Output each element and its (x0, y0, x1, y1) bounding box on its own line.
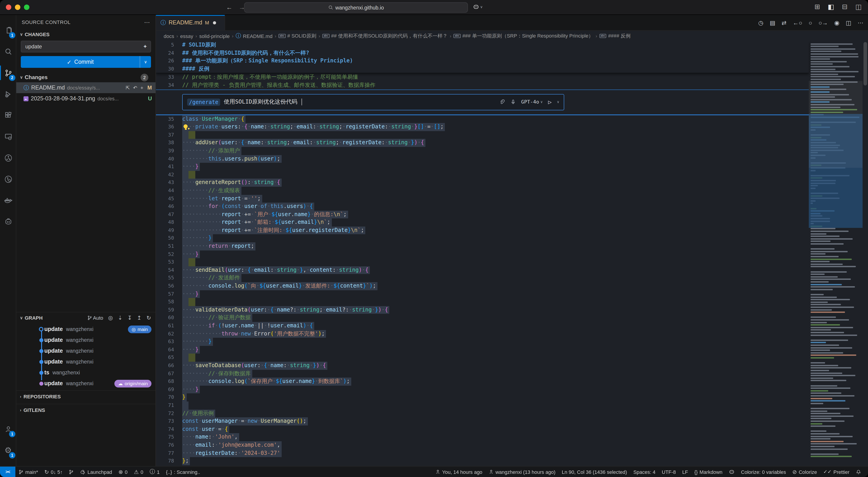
attach-icon[interactable] (499, 99, 505, 105)
status-infos[interactable]: ⓘ1 (147, 467, 163, 477)
status-errors[interactable]: ⊗0 (115, 467, 131, 477)
commit-row[interactable]: updatewangzhenxi (16, 356, 156, 367)
status-encoding[interactable]: UTF-8 (659, 467, 679, 477)
code-line[interactable]: 50········} (156, 234, 809, 242)
status-compare-branch[interactable] (66, 467, 77, 477)
code-line[interactable]: 57····} (156, 290, 809, 298)
status-sync-status[interactable]: ↻0↓ 5↑ (41, 467, 66, 477)
commit-dropdown-button[interactable]: ∨ (140, 56, 151, 68)
code-line[interactable]: 40········this.users.push(user); (156, 155, 809, 163)
code-line[interactable]: 39········//·添加用户 (156, 147, 809, 155)
graph-section-header[interactable]: ∨ GRAPH Auto◎⇣↧↥↻ (16, 312, 156, 323)
code-line[interactable]: 63········} (156, 338, 809, 346)
status-copilot[interactable] (725, 467, 738, 477)
code-line[interactable]: 69····} (156, 386, 809, 394)
code-line[interactable]: 53 (156, 259, 809, 266)
breadcrumb-item[interactable]: abc# SOLID原则 (278, 33, 316, 39)
copilot-menu[interactable]: ∨ (473, 4, 483, 10)
code-line[interactable]: 46········for·(const·user·of·this.users)… (156, 203, 809, 210)
tab-dirty-indicator[interactable] (213, 21, 216, 24)
activity-bar-item-chat-robot[interactable] (0, 212, 16, 231)
breadcrumb-item[interactable]: ⓘREADME.md (236, 32, 273, 40)
status-prettier[interactable]: ✓✓Prettier (820, 467, 852, 477)
code-line[interactable]: 37 (156, 131, 809, 139)
code-line[interactable]: 49············report·+=·`注册时间:·${user.re… (156, 227, 809, 234)
nav-back-icon[interactable]: ← (226, 4, 232, 11)
code-line[interactable]: 36····private·users:·{·name:·string;·ema… (156, 123, 809, 131)
minimap-slider[interactable] (809, 81, 863, 168)
activity-bar-item-accounts[interactable]: 1 (0, 420, 16, 438)
code-line[interactable]: 70} (156, 394, 809, 401)
file-action-icon[interactable]: + (141, 85, 143, 90)
file-action-icon[interactable]: ↶ (133, 85, 137, 91)
model-picker[interactable]: GPT-4o∨ (521, 99, 543, 105)
code-line[interactable]: 72//·使用示例 (156, 409, 809, 417)
status-warnings[interactable]: ⚠0 (131, 467, 147, 477)
scrollbar-thumb[interactable] (864, 42, 867, 85)
breadcrumb-item[interactable]: essay (180, 33, 193, 39)
chevron-down-icon[interactable]: ∨ (557, 100, 559, 104)
toggle-primary-sidebar-icon[interactable]: ◧ (828, 3, 834, 11)
more-actions-icon[interactable]: ⋯ (858, 20, 864, 26)
activity-bar-item-remote-explorer[interactable] (0, 127, 16, 146)
inline-chat-input[interactable]: /generate 使用SOLID原则优化这份代码 GPT-4o∨ ▷ ∨ (182, 94, 564, 110)
changes-section-header[interactable]: ∨ CHANGES (16, 29, 156, 39)
graph-action-pull[interactable]: ↧ (127, 315, 132, 321)
breadcrumb-item[interactable]: abc### 单一功能原则（SRP：Single Responsibility … (454, 33, 593, 39)
code-line[interactable]: 54····sendEmail(user:·{·email:·string·},… (156, 266, 809, 274)
code-line[interactable]: 56········console.log(`向·${user.email}·发… (156, 282, 809, 290)
graph-action-fetch[interactable]: ⇣ (118, 315, 123, 321)
commit-row[interactable]: tswangzhenxi (16, 367, 156, 378)
code-line[interactable]: 24## 使用和不使用SOLID原则的代码，有什么不一样? (156, 49, 809, 57)
code-line[interactable]: 45········let·report·=·''; (156, 195, 809, 203)
timeline-icon[interactable]: ◷ (758, 20, 763, 26)
toggle-secondary-sidebar-icon[interactable]: ◫ (855, 3, 862, 11)
breadcrumb-item[interactable]: abc## 使用和不使用SOLID原则的代码，有什么不一样？ (322, 33, 447, 39)
previous-change-icon[interactable]: ←○ (793, 20, 802, 26)
code-line[interactable]: 34// 用户管理类 - 负责用户管理、报表生成、邮件发送、数据验证、数据库操作 (156, 81, 809, 89)
commit-row[interactable]: updatewangzhenxi☁origin/main (16, 378, 156, 389)
status-blame-you[interactable]: You, 14 hours ago (432, 467, 486, 477)
tab-readme[interactable]: ⓘ README.md M (156, 15, 225, 30)
activity-bar-item-scm-graph[interactable] (0, 149, 16, 167)
repositories-section-header[interactable]: › REPOSITORIES (16, 390, 156, 403)
code-line[interactable]: 71 (156, 401, 809, 409)
status-blame-author[interactable]: wangzhenxi (13 hours ago) (486, 467, 559, 477)
code-line[interactable]: 74const·user·=·{ (156, 425, 809, 433)
status-colorize[interactable]: ⊘Colorize (789, 467, 820, 477)
graph-action-branch-auto[interactable]: Auto (87, 315, 103, 320)
toggle-panel-icon[interactable]: ⊟ (842, 3, 847, 11)
commit-row[interactable]: updatewangzhenxi (16, 335, 156, 346)
status-launchpad[interactable]: Launchpad (77, 467, 115, 477)
code-line[interactable]: 42 (156, 171, 809, 179)
activity-bar-item-extensions[interactable] (0, 106, 16, 124)
commit-row[interactable]: updatewangzhenxi (16, 346, 156, 356)
scm-graph-icon[interactable]: ◉ (834, 20, 839, 26)
status-cursor-position[interactable]: Ln 90, Col 36 (1436 selected) (559, 467, 630, 477)
code-line[interactable]: 58 (156, 298, 809, 306)
status-notifications[interactable] (852, 467, 864, 477)
code-line[interactable]: 51········return·report; (156, 242, 809, 250)
status-scanning[interactable]: {..}: Scanning.. (163, 467, 203, 477)
open-preview-icon[interactable]: ▤ (770, 20, 775, 26)
breadcrumb-item[interactable]: abc#### 反例 (599, 33, 631, 39)
send-icon[interactable]: ▷ (548, 98, 552, 106)
code-line[interactable]: 33// prompt：按用户维度，不使用单一功能原则的例子，尽可能简单易懂 (156, 73, 809, 81)
code-line[interactable]: 30#### 反例 (156, 65, 809, 73)
minimize-window-button[interactable] (15, 4, 20, 10)
breadcrumb-item[interactable]: docs (164, 33, 174, 39)
activity-bar-item-docker[interactable] (0, 191, 16, 209)
activity-bar-item-explorer[interactable]: 1 (0, 21, 16, 39)
code-line[interactable]: 47············report·+=·`用户·${user.name}… (156, 210, 809, 218)
mic-icon[interactable] (510, 99, 516, 105)
status-indentation[interactable]: Spaces: 4 (630, 467, 659, 477)
status-language-mode[interactable]: {}Markdown (691, 467, 725, 477)
activity-bar-item-source-control[interactable]: 2 (0, 64, 16, 82)
split-editor-icon[interactable]: ◫ (846, 20, 851, 26)
code-line[interactable]: 62············throw·new·Error('用户数据不完整')… (156, 330, 809, 338)
zoom-window-button[interactable] (24, 4, 29, 10)
code-line[interactable]: 44········//·生成报表 (156, 187, 809, 195)
activity-bar-item-settings[interactable]: ⚙1 (0, 441, 16, 459)
code-line[interactable]: 76····email:·'john@example.com', (156, 441, 809, 449)
code-line[interactable]: 60········//·验证用户数据 (156, 314, 809, 322)
